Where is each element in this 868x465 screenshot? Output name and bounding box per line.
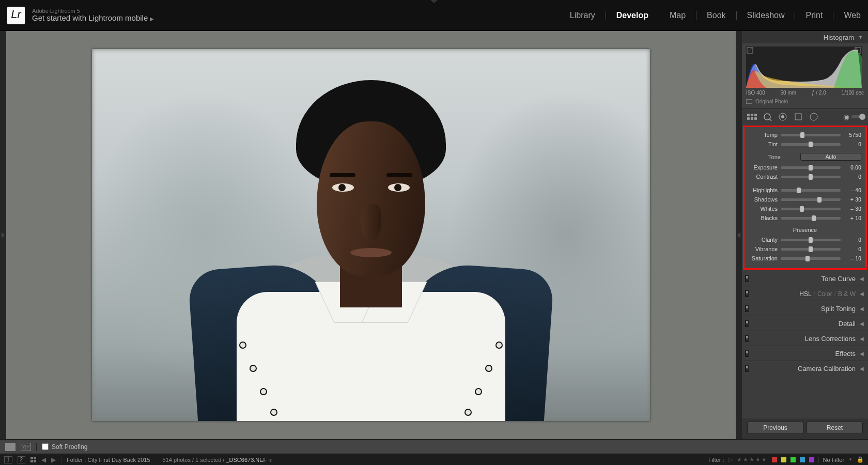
right-panel-collapse[interactable] <box>736 31 742 439</box>
prev-photo-icon[interactable]: ◀ <box>41 456 46 463</box>
module-map[interactable]: Map <box>670 11 686 20</box>
module-slideshow[interactable]: Slideshow <box>747 11 785 20</box>
left-panel-expand[interactable] <box>0 31 6 439</box>
previous-button[interactable]: Previous <box>747 422 803 434</box>
exposure-slider[interactable]: Exposure0.00 <box>749 163 861 172</box>
app-logo: Lr <box>7 7 25 24</box>
original-photo-toggle[interactable]: Original Photo <box>746 99 864 104</box>
histogram-chart[interactable] <box>746 47 862 88</box>
grid-view-icon[interactable] <box>30 457 36 462</box>
canvas-area[interactable] <box>6 31 736 439</box>
svg-rect-6 <box>795 114 801 120</box>
svg-point-7 <box>810 113 817 120</box>
svg-point-5 <box>781 115 784 118</box>
filter-preset[interactable]: No Filter <box>823 457 845 463</box>
label-yellow[interactable] <box>781 457 786 462</box>
module-develop[interactable]: Develop <box>616 11 648 20</box>
presence-heading: Presence <box>749 227 861 233</box>
develop-tool-strip: ◉ <box>742 109 868 125</box>
basic-panel: Temp 5750 Tint 0 ToneAuto Exposure0.00 C… <box>743 126 867 270</box>
saturation-slider[interactable]: Saturation– 10 <box>749 254 861 263</box>
status-bar: 1 2 ◀ ▶ Folder : City First Day Back 201… <box>0 454 868 465</box>
collapse-top-icon[interactable] <box>430 0 438 3</box>
shadows-slider[interactable]: Shadows+ 30 <box>749 195 861 204</box>
module-print[interactable]: Print <box>805 11 823 20</box>
contrast-slider[interactable]: Contrast0 <box>749 172 861 181</box>
preview-image <box>92 49 650 421</box>
auto-tone-button[interactable]: Auto <box>800 153 861 161</box>
module-picker: Library Develop Map Book Slideshow Print… <box>570 11 861 20</box>
meta-iso: ISO 400 <box>746 90 765 96</box>
breadcrumb-folder[interactable]: Folder : City First Day Back 2015 <box>67 457 150 463</box>
before-after-icon[interactable]: Y|Y <box>21 443 31 451</box>
histogram-panel: ISO 400 50 mm ƒ / 2.0 1/100 sec Original… <box>742 43 868 109</box>
gradient-tool-icon[interactable] <box>793 111 804 122</box>
whites-slider[interactable]: Whites– 30 <box>749 204 861 213</box>
tint-slider[interactable]: Tint 0 <box>749 140 861 149</box>
label-green[interactable] <box>791 457 796 462</box>
highlights-slider[interactable]: Highlights– 40 <box>749 185 861 195</box>
detail-panel[interactable]: Detail◀ <box>742 316 868 331</box>
label-purple[interactable] <box>809 457 814 462</box>
right-panel: Histogram▼ ISO 400 50 mm ƒ / 2.0 1/100 s… <box>742 31 868 439</box>
module-book[interactable]: Book <box>707 11 725 20</box>
filter-lock-icon[interactable]: 🔒 <box>857 456 864 463</box>
loupe-view-icon[interactable] <box>5 443 16 451</box>
label-blue[interactable] <box>800 457 805 462</box>
split-toning-panel[interactable]: Split Toning◀ <box>742 301 868 316</box>
temp-slider[interactable]: Temp 5750 <box>749 130 861 140</box>
radial-tool-icon[interactable] <box>808 111 819 122</box>
hsl-panel[interactable]: HSL/Color/B & W◀ <box>742 286 868 301</box>
tone-curve-panel[interactable]: Tone Curve◀ <box>742 271 868 286</box>
module-web[interactable]: Web <box>844 11 861 20</box>
module-library[interactable]: Library <box>570 11 595 20</box>
next-photo-icon[interactable]: ▶ <box>51 456 56 463</box>
clarity-slider[interactable]: Clarity0 <box>749 235 861 244</box>
effects-panel[interactable]: Effects◀ <box>742 346 868 361</box>
histogram-header[interactable]: Histogram▼ <box>742 31 868 43</box>
secondary-toolbar: Y|Y Soft Proofing <box>0 439 868 454</box>
blacks-slider[interactable]: Blacks+ 10 <box>749 213 861 223</box>
meta-shutter: 1/100 sec <box>842 90 864 96</box>
monitor-2[interactable]: 2 <box>18 456 26 463</box>
label-red[interactable] <box>772 457 777 462</box>
header: Lr Adobe Lightroom 5 Get started with Li… <box>0 0 868 31</box>
redeye-tool-icon[interactable] <box>777 111 788 122</box>
photo-count: 514 photos / 1 selected / <box>163 457 225 463</box>
tone-heading: Tone <box>749 154 800 160</box>
monitor-1[interactable]: 1 <box>4 456 12 463</box>
soft-proofing-toggle[interactable]: Soft Proofing <box>42 443 87 451</box>
lens-corrections-panel[interactable]: Lens Corrections◀ <box>742 331 868 346</box>
promo-link[interactable]: Get started with Lightroom mobile▶ <box>32 14 154 23</box>
filter-label: Filter : <box>708 457 724 463</box>
rating-filter[interactable]: ★★★★★ <box>737 456 768 463</box>
before-after-toggle[interactable]: ◉ <box>843 113 864 121</box>
meta-focal: 50 mm <box>781 90 797 96</box>
meta-aperture: ƒ / 2.0 <box>812 90 826 96</box>
reset-button[interactable]: Reset <box>807 422 863 434</box>
spot-tool-icon[interactable] <box>762 111 773 122</box>
crop-tool-icon[interactable] <box>746 111 757 122</box>
filename: _DSC6673.NEF <box>226 457 267 463</box>
vibrance-slider[interactable]: Vibrance0 <box>749 244 861 254</box>
camera-calibration-panel[interactable]: Camera Calibration◀ <box>742 361 868 376</box>
